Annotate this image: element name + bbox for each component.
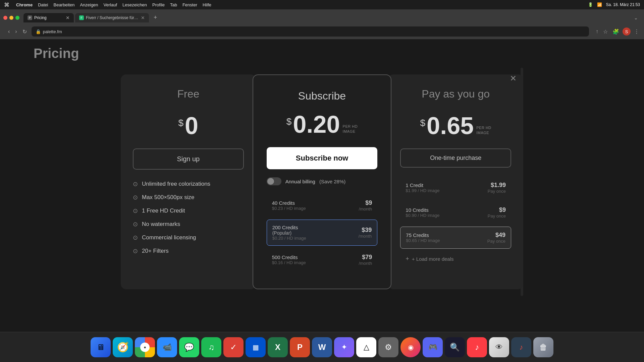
paygo-price-display: $ 0.65 PER HD IMAGE <box>400 114 511 138</box>
credit-option-500[interactable]: 500 Credits $0.16 / HD image $79 /month <box>267 249 378 270</box>
dock-word[interactable]: W <box>312 337 332 357</box>
credit-option-200-price: $39 /month <box>359 227 372 239</box>
dock-excel[interactable]: X <box>268 337 288 357</box>
dock-settings[interactable]: ⚙ <box>378 337 398 357</box>
dock-whatsapp[interactable]: 💬 <box>179 337 199 357</box>
dock-finder[interactable]: 🖥 <box>91 337 111 357</box>
maximize-window-button[interactable] <box>15 16 19 20</box>
dock-arc[interactable]: ◉ <box>400 337 421 357</box>
credit-option-200-popular: (Popular) <box>272 230 306 236</box>
paygo-option-1-info: 1 Credit $1.99 / HD image <box>406 182 439 193</box>
feature-item: ⊙ Unlimited free colorizations <box>133 180 244 188</box>
subscribe-card-title: Subscribe <box>267 90 378 102</box>
whatsapp-icon: 💬 <box>184 343 194 352</box>
excel-icon: X <box>275 343 280 352</box>
feature-text: 1 Free HD Credit <box>142 207 185 214</box>
address-bar[interactable]: 🔒 palette.fm <box>32 26 589 37</box>
back-button[interactable]: ‹ <box>6 28 12 36</box>
feature-item: ⊙ 1 Free HD Credit <box>133 207 244 215</box>
menubar-tab[interactable]: Tab <box>170 2 177 7</box>
menubar-verlauf[interactable]: Verlauf <box>104 2 117 7</box>
dock-googledrive[interactable]: △ <box>356 337 376 357</box>
tabs-row: P Pricing ✕ F Fiverr / Suchergebnisse fü… <box>3 12 641 23</box>
load-more-deals-button[interactable]: + + Load more deals <box>400 252 511 266</box>
menubar-anzeigen[interactable]: Anzeigen <box>80 2 98 7</box>
close-window-button[interactable] <box>3 16 7 20</box>
paygo-option-10[interactable]: 10 Credits $0.90 / HD image $9 Pay once <box>400 202 511 223</box>
new-tab-button[interactable]: + <box>150 12 161 23</box>
arc-icon: ◉ <box>408 343 414 351</box>
feature-item: ⊙ Max 500×500px size <box>133 194 244 201</box>
dock-discord[interactable]: 🎮 <box>423 337 443 357</box>
dock-app1[interactable]: ♪ <box>511 337 531 357</box>
menubar-chrome[interactable]: Chrome <box>16 2 33 7</box>
one-time-purchase-button[interactable]: One-time purchase <box>400 148 511 168</box>
apple-menu[interactable]: ⌘ <box>4 2 9 8</box>
dock-safari[interactable]: 🧭 <box>113 337 133 357</box>
trello-icon: ▦ <box>253 343 259 351</box>
load-more-label: + Load more deals <box>412 256 454 262</box>
credit-option-40[interactable]: 40 Credits $0.23 / HD image $9 /month <box>267 195 378 216</box>
signup-button[interactable]: Sign up <box>133 148 244 170</box>
tab-close-pricing[interactable]: ✕ <box>66 15 70 20</box>
dock-zoom[interactable]: 📹 <box>157 337 177 357</box>
page-wrapper: Pricing ✕ Free $ 0 Sign up ⊙ Un <box>0 39 644 362</box>
bookmark-icon[interactable]: ☆ <box>602 27 609 36</box>
profile-icon[interactable]: S <box>623 27 631 36</box>
dock-preview[interactable]: 👁 <box>489 337 509 357</box>
menubar-profile[interactable]: Profile <box>152 2 165 7</box>
credit-option-40-price-main: $9 <box>359 199 372 206</box>
dock-trash[interactable]: 🗑 <box>533 337 553 357</box>
close-pricing-button[interactable]: ✕ <box>510 74 517 82</box>
subscribe-now-button[interactable]: Subscribe now <box>267 147 378 169</box>
menubar-hilfe[interactable]: Hilfe <box>203 2 211 7</box>
credit-option-500-price-main: $79 <box>359 254 372 261</box>
menu-icon[interactable]: ⋮ <box>633 27 641 36</box>
subscribe-price-unit-line1: PER HD <box>343 124 358 129</box>
free-feature-list: ⊙ Unlimited free colorizations ⊙ Max 500… <box>133 180 244 255</box>
check-circle-icon: ⊙ <box>133 180 138 188</box>
dock-quicklook[interactable]: 🔍 <box>445 337 465 357</box>
share-icon[interactable]: ↑ <box>594 27 600 36</box>
billing-label: Annual billing <box>285 179 315 184</box>
finder-icon: 🖥 <box>97 343 105 352</box>
menubar-fenster[interactable]: Fenster <box>182 2 197 7</box>
forward-button[interactable]: › <box>13 28 19 36</box>
menubar-bearbeiten[interactable]: Bearbeiten <box>53 2 74 7</box>
credit-option-40-price: $9 /month <box>359 199 372 212</box>
paygo-option-10-price: $9 Pay once <box>488 206 506 219</box>
tab-close-fiverr[interactable]: ✕ <box>141 15 145 20</box>
tab-title-fiverr: Fiverr / Suchergebnisse für „b… <box>86 15 139 20</box>
reload-button[interactable]: ↻ <box>20 28 29 36</box>
plus-icon: + <box>406 255 409 262</box>
paygo-option-10-price-main: $9 <box>488 206 506 214</box>
paygo-option-75[interactable]: 75 Credits $0.65 / HD image $49 Pay once <box>400 227 511 249</box>
menubar-lesezeichen[interactable]: Lesezeichen <box>122 2 147 7</box>
music-icon: ♪ <box>475 343 479 352</box>
tab-pricing[interactable]: P Pricing ✕ <box>23 13 74 22</box>
dock-powerpoint[interactable]: P <box>290 337 310 357</box>
menubar-datei[interactable]: Datei <box>38 2 48 7</box>
notchmeister-icon: ✦ <box>341 343 347 352</box>
tab-fiverr[interactable]: F Fiverr / Suchergebnisse für „b… ✕ <box>75 13 149 22</box>
feature-text: Commercial licensing <box>142 234 196 241</box>
paygo-option-1-price: $1.99 Pay once <box>488 182 506 194</box>
credit-option-500-info: 500 Credits $0.16 / HD image <box>272 254 306 265</box>
dock-notchmeister[interactable]: ✦ <box>334 337 354 357</box>
menubar-wifi-icon: 📶 <box>597 2 602 7</box>
dock-chrome[interactable]: ● <box>135 337 155 357</box>
credit-option-200[interactable]: 200 Credits (Popular) $0.20 / HD image $… <box>267 220 378 246</box>
dock-todoist[interactable]: ✓ <box>223 337 244 357</box>
dock-spotify[interactable]: ♫ <box>201 337 221 357</box>
minimize-window-button[interactable] <box>9 16 13 20</box>
annual-billing-toggle[interactable] <box>267 177 281 185</box>
feature-item: ⊙ No watermarks <box>133 221 244 228</box>
dock-music[interactable]: ♪ <box>467 337 487 357</box>
extensions-icon[interactable]: 🧩 <box>611 27 621 36</box>
credit-option-200-price-sub: /month <box>359 234 372 239</box>
tab-list-button[interactable]: ⌄ <box>631 14 641 22</box>
dock-trello[interactable]: ▦ <box>246 337 266 357</box>
paygo-option-1[interactable]: 1 Credit $1.99 / HD image $1.99 Pay once <box>400 177 511 198</box>
billing-toggle: Annual billing (Save 28%) <box>267 177 378 185</box>
subscribe-price-display: $ 0.20 PER HD IMAGE <box>267 112 378 136</box>
